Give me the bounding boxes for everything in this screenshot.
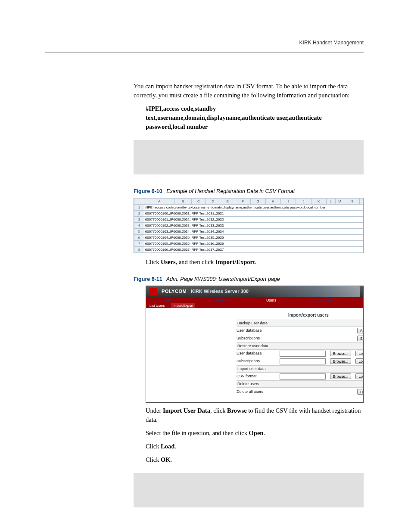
load-button-csv[interactable]: Load <box>355 373 364 379</box>
col-L[interactable]: L <box>326 199 335 205</box>
col-K[interactable]: K <box>311 199 326 205</box>
label-delete-all: Delete all users <box>237 389 275 395</box>
section-import: Import user data <box>237 365 364 373</box>
browse-button-userdb[interactable]: Browse... <box>330 351 351 356</box>
table-row: 4000770000102,,IP6000,2633,,RFP Test,263… <box>134 223 363 229</box>
note-box-1 <box>134 140 364 174</box>
col-H[interactable]: H <box>265 199 280 205</box>
table-row: 5000770000103,,IP6000,2634,,RFP Test,263… <box>134 229 363 235</box>
delete-button[interactable]: Delete <box>357 389 364 395</box>
col-D[interactable]: D <box>206 199 220 205</box>
menu-configuration[interactable]: Configuration <box>192 297 249 303</box>
panel-title: Import/export users <box>288 312 363 319</box>
main-content: You can import handset registration data… <box>134 82 364 520</box>
figure-6-11-text: Adm. Page KWS300: Users/Import/Export pa… <box>166 276 280 282</box>
menu-firmware[interactable]: Firmware <box>353 297 364 303</box>
polycom-logo-icon <box>149 288 157 296</box>
figure-6-10-text: Example of Handset Registration Data in … <box>166 188 295 194</box>
col-A[interactable]: A <box>144 199 174 205</box>
spreadsheet-table: A B C D E F G H I J K L M N 1 <box>134 198 363 253</box>
table-row: 7000770000105,,IP6000,2636,,RFP Test,263… <box>134 241 363 247</box>
col-B[interactable]: B <box>174 199 191 205</box>
product-label: KIRK Wireless Server 300 <box>191 288 249 295</box>
table-row: 3000770000101,,IP6000,2632,,RFP Test,263… <box>134 217 363 223</box>
row-backup-userdb: User database Save <box>237 327 364 335</box>
corner-cell[interactable] <box>134 199 144 205</box>
csv-format-line1: #IPEI,access code,standby <box>146 104 364 113</box>
menu-users[interactable]: Users <box>249 297 294 303</box>
browse-button-subs[interactable]: Browse... <box>330 358 351 364</box>
table-row: 8000770000106,,IP6000,2637,,RFP Test,263… <box>134 247 363 253</box>
row-backup-subs: Subscriptions Save <box>237 335 364 342</box>
note-box-2 <box>134 473 364 507</box>
col-N[interactable]: N <box>344 199 359 205</box>
step-under-import: Under Import User Data, click Browse to … <box>146 406 364 424</box>
row-restore-subs: Subscriptions Browse... Load <box>237 358 364 365</box>
load-button-subs[interactable]: Load <box>355 358 364 364</box>
row-1-data[interactable]: #IPEI,access code,standby text,username,… <box>144 205 363 211</box>
csv-format-line2: text,username,domain,displayname,authent… <box>146 113 364 122</box>
row-1-hdr[interactable]: 1 <box>134 205 144 211</box>
section-restore: Restore user data <box>237 342 364 350</box>
admin-banner: POLYCOM KIRK Wireless Server 300 <box>146 286 363 297</box>
row-import-csv: CSV format Browse... Load <box>237 373 364 380</box>
load-button-userdb[interactable]: Load <box>355 351 364 356</box>
figure-6-11-label: Figure 6-11 <box>134 276 162 282</box>
instruction-steps: Under Import User Data, click Browse to … <box>146 406 364 464</box>
browse-button-csv[interactable]: Browse... <box>330 373 351 379</box>
menu-administration[interactable]: Administration <box>294 297 353 303</box>
click-users-step: Click Users, and then click Import/Expor… <box>146 258 364 267</box>
section-backup: Backup user data <box>237 320 364 327</box>
figure-6-11-caption: Figure 6-11 Adm. Page KWS300: Users/Impo… <box>134 275 364 283</box>
admin-body: Import/export users Backup user data Use… <box>146 308 363 402</box>
label-subscriptions: Subscriptions <box>237 336 275 341</box>
column-header-row: A B C D E F G H I J K L M N <box>134 199 363 205</box>
row-delete-all: Delete all users Delete <box>237 388 364 395</box>
sub-menu: List Users Import/Export <box>146 303 363 308</box>
figure-6-10-label: Figure 6-10 <box>134 188 162 194</box>
save-button-userdb[interactable]: Save <box>357 328 364 333</box>
table-row: 6000770000104,,IP6000,2635,,RFP Test,263… <box>134 235 363 241</box>
step-click-ok: Click OK. <box>146 455 364 464</box>
page-header-title: KIRK Handset Management <box>299 40 364 46</box>
col-E[interactable]: E <box>220 199 235 205</box>
header-rule <box>45 52 364 53</box>
intro-paragraph: You can import handset registration data… <box>134 82 364 100</box>
file-input-csv[interactable] <box>280 373 326 380</box>
col-J[interactable]: J <box>296 199 311 205</box>
step-click-load: Click Load. <box>146 442 364 451</box>
label-subscriptions: Subscriptions <box>237 358 275 364</box>
brand-label: POLYCOM <box>162 288 187 295</box>
col-end <box>359 199 363 205</box>
label-user-database: User database <box>237 328 275 333</box>
row-restore-userdb: User database Browse... Load <box>237 350 364 358</box>
step-select-file: Select the file in question, and then cl… <box>146 429 364 438</box>
menu-status[interactable]: Status <box>146 297 192 303</box>
col-M[interactable]: M <box>335 199 344 205</box>
csv-format-spec: #IPEI,access code,standby text,username,… <box>146 104 364 131</box>
label-user-database: User database <box>237 351 275 356</box>
table-row: 2000770000100,,IP6000,2631,,RFP Test,263… <box>134 211 363 217</box>
save-button-subs[interactable]: Save <box>357 336 364 341</box>
spreadsheet: A B C D E F G H I J K L M N 1 <box>134 198 364 253</box>
file-input-subs[interactable] <box>280 358 326 364</box>
section-delete: Delete users <box>237 380 364 388</box>
col-G[interactable]: G <box>250 199 265 205</box>
csv-format-line3: password,local number <box>146 122 364 131</box>
admin-page: POLYCOM KIRK Wireless Server 300 Status … <box>146 286 364 403</box>
page: KIRK Handset Management You can import h… <box>0 0 411 532</box>
col-F[interactable]: F <box>235 199 250 205</box>
table-row: 1 #IPEI,access code,standby text,usernam… <box>134 205 363 211</box>
col-C[interactable]: C <box>191 199 206 205</box>
label-csv-format: CSV format <box>237 373 275 379</box>
figure-6-10-caption: Figure 6-10 Example of Handset Registrat… <box>134 187 364 195</box>
main-menu: Status Configuration Users Administratio… <box>146 297 363 303</box>
submenu-list-users[interactable]: List Users <box>148 303 167 308</box>
submenu-import-export[interactable]: Import/Export <box>171 303 195 308</box>
banner-art <box>253 286 360 297</box>
file-input-userdb[interactable] <box>280 351 326 357</box>
col-I[interactable]: I <box>281 199 296 205</box>
